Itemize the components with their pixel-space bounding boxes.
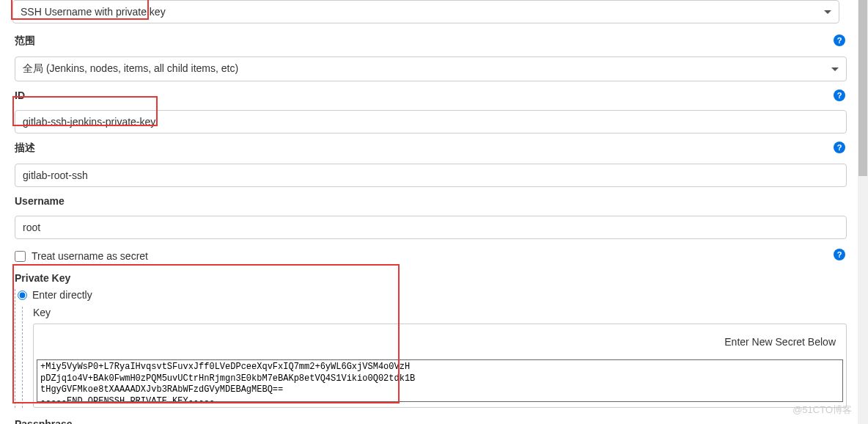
username-section: Username root bbox=[7, 195, 847, 239]
chevron-down-icon bbox=[824, 10, 831, 14]
passphrase-section: Passphrase bbox=[7, 418, 847, 424]
credential-type-value: SSH Username with private key bbox=[21, 6, 166, 18]
username-label: Username bbox=[15, 195, 65, 207]
help-icon[interactable]: ? bbox=[834, 142, 845, 153]
secret-panel: Enter New Secret Below bbox=[33, 324, 847, 408]
description-label: 描述 bbox=[15, 142, 35, 155]
page-scrollbar-track bbox=[858, 0, 868, 424]
enter-directly-radio[interactable] bbox=[18, 290, 27, 300]
private-key-textarea[interactable] bbox=[37, 359, 843, 402]
description-section: 描述 ? gitlab-root-ssh bbox=[7, 142, 847, 187]
description-value: gitlab-root-ssh bbox=[23, 169, 88, 181]
help-icon[interactable]: ? bbox=[834, 89, 845, 101]
credential-type-section: SSH Username with private key bbox=[7, 0, 847, 23]
id-value: gitlab-ssh-jenkins-private-key bbox=[23, 116, 155, 128]
enter-new-secret-label: Enter New Secret Below bbox=[34, 324, 846, 359]
id-input[interactable]: gitlab-ssh-jenkins-private-key bbox=[15, 110, 847, 134]
scope-label: 范围 bbox=[15, 34, 35, 48]
enter-directly-label: Enter directly bbox=[32, 289, 92, 301]
username-value: root bbox=[23, 222, 40, 233]
id-section: ID ? gitlab-ssh-jenkins-private-key bbox=[7, 89, 847, 134]
credential-type-select[interactable]: SSH Username with private key bbox=[12, 0, 839, 23]
treat-secret-label: Treat username as secret bbox=[32, 250, 148, 262]
scope-value: 全局 (Jenkins, nodes, items, all child ite… bbox=[23, 62, 238, 76]
private-key-label: Private Key bbox=[15, 272, 70, 284]
private-key-section: Private Key Enter directly Key Enter New… bbox=[7, 272, 847, 408]
key-label: Key bbox=[33, 307, 847, 318]
username-input[interactable]: root bbox=[15, 216, 847, 239]
page-scrollbar-thumb[interactable] bbox=[858, 0, 867, 176]
chevron-down-icon bbox=[831, 67, 839, 71]
description-input[interactable]: gitlab-root-ssh bbox=[15, 164, 847, 187]
watermark: @51CTO博客 bbox=[792, 403, 852, 417]
treat-secret-section: Treat username as secret ? bbox=[7, 247, 847, 262]
help-icon[interactable]: ? bbox=[834, 34, 845, 46]
passphrase-label: Passphrase bbox=[15, 418, 847, 424]
credentials-form: SSH Username with private key 范围 ? 全局 (J… bbox=[0, 0, 854, 424]
scope-select[interactable]: 全局 (Jenkins, nodes, items, all child ite… bbox=[15, 56, 847, 81]
scope-section: 范围 ? 全局 (Jenkins, nodes, items, all chil… bbox=[7, 34, 847, 81]
help-icon[interactable]: ? bbox=[834, 249, 845, 260]
treat-secret-checkbox[interactable] bbox=[15, 251, 26, 262]
id-label: ID bbox=[15, 89, 25, 101]
